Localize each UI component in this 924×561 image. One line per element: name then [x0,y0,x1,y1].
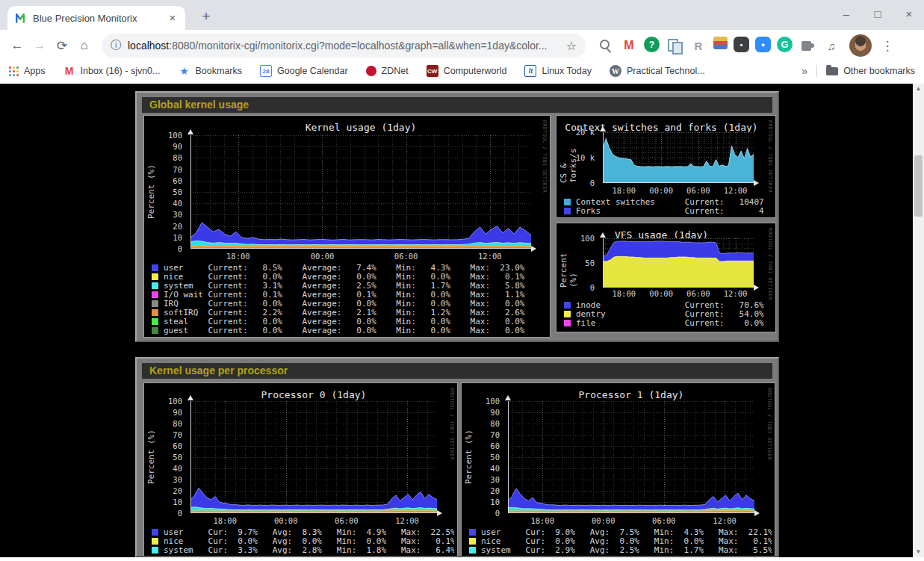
forward-button[interactable]: → [28,34,51,57]
legend-row: system Cur: 3.3% Avg: 2.8% Min: 1.8% Max… [152,546,454,555]
gmail-icon[interactable]: M [620,37,638,55]
legend-row: user Cur: 9.7% Avg: 8.3% Min: 4.9% Max: … [152,528,454,537]
rrdtool-credit: RRDTOOL / TOBI OETIKER [542,120,548,193]
new-tab-button[interactable]: + [197,7,215,25]
scrollbar-thumb[interactable] [914,155,923,217]
axis-arrow-right-icon [754,510,760,516]
legend-row: inode Current: 70.6% [564,301,772,310]
bookmark-label: Bookmarks [196,66,243,76]
processor-0-chart [190,401,437,513]
url-text[interactable]: localhost:8080/monitorix-cgi/monitorix.c… [128,40,566,52]
legend-row: Forks Current: 4 [564,207,772,216]
reload-button[interactable]: ⟳ [51,34,73,57]
y-axis-ticks: 1009080706050403020100 [462,401,503,513]
x-axis-ticks: 18:0000:0006:0012:00 [508,516,754,526]
grammarly-icon[interactable]: G [777,37,793,52]
context-switches-chart [603,132,754,183]
rrdtool-credit: RRDTOOL / TOBI OETIKER [767,120,773,193]
home-button[interactable]: ⌂ [73,34,96,57]
profile-avatar[interactable] [849,34,872,57]
axis-arrow-up-icon [505,395,511,400]
maximize-button[interactable]: □ [872,7,884,20]
legend-swatch [152,282,158,289]
browser-menu-icon[interactable]: ⋮ [879,38,896,54]
gmail-icon: M [63,65,75,77]
bookmark-item[interactable]: ★ Bookmarks [179,65,243,77]
books-icon[interactable] [713,37,728,49]
processor-1-graph-panel: Processor 1 (1day) RRDTOOL / TOBI OETIKE… [461,382,775,557]
close-button[interactable]: × [903,7,915,20]
bookmark-item[interactable]: W Practical Technol... [610,65,705,77]
apps-shortcut[interactable]: Apps [9,66,46,76]
puzzle-icon[interactable] [799,37,816,55]
x-axis-ticks: 18:0000:0006:0012:00 [603,289,754,299]
rrdtool-credit: RRDTOOL / TOBI OETIKER [767,228,773,300]
tab-close-icon[interactable]: × [166,11,179,25]
browser-tab[interactable]: Blue Precision Monitorix × [7,6,185,30]
bookmark-star-icon[interactable]: ☆ [566,39,577,53]
apps-grid-icon [9,66,19,76]
legend-swatch [564,208,571,214]
search-icon[interactable] [596,37,614,55]
r-icon[interactable]: R [689,37,707,55]
back-button[interactable]: ← [6,34,28,57]
other-bookmarks[interactable]: Other bookmarks [826,66,915,76]
playlist-icon[interactable]: ♫ [822,37,840,55]
page-scrollbar[interactable]: ▲ ▼ [913,84,924,557]
folder-icon [826,67,838,75]
legend-row: softIRQ Current: 2.2% Average: 2.1% Min:… [152,309,547,317]
section-global-kernel-usage: Global kernel usage Kernel usage (1day) … [135,91,779,342]
flashlight-icon[interactable]: • [734,37,749,52]
kernel-usage-graph-panel: Kernel usage (1day) RRDTOOL / TOBI OETIK… [143,115,551,338]
bookmark-item[interactable]: ZDNet [366,66,409,76]
bookmarks-bar: Apps M Inbox (16) - sjvn0... ★ Bookmarks… [0,61,924,81]
browser-window: Blue Precision Monitorix × + – □ × ← → ⟳… [0,0,924,561]
monitorix-favicon-icon [13,11,27,25]
tab-title: Blue Precision Monitorix [33,13,166,24]
address-bar[interactable]: ⓘ localhost:8080/monitorix-cgi/monitorix… [102,34,586,58]
copy-icon[interactable] [666,37,683,55]
window-bottom-edge [0,557,924,561]
bookmark-item[interactable]: lt Linux Today [524,65,592,77]
scroll-up-icon[interactable]: ▲ [913,84,924,94]
legend-row: nice Current: 0.0% Average: 0.0% Min: 0.… [152,273,547,282]
other-bookmarks-label: Other bookmarks [843,66,915,76]
bookmark-item[interactable]: M Inbox (16) - sjvn0... [63,65,161,77]
graph-title: Processor 0 (1day) [190,389,437,400]
scroll-down-icon[interactable]: ▼ [913,547,924,557]
bookmark-label: Practical Technol... [627,66,705,76]
bookmark-item[interactable]: CW Computerworld [427,65,507,77]
legend-swatch [469,547,476,554]
bookmarks-overflow-icon[interactable]: » [801,65,807,77]
legend-row: steal Current: 0.0% Average: 0.0% Min: 0… [152,317,547,326]
page-info-icon[interactable]: ⓘ [111,39,121,52]
legend-row: guest Current: 0.0% Average: 0.0% Min: 0… [152,326,547,335]
graph-title: Kernel usage (1day) [190,122,531,133]
monitorix-page: Global kernel usage Kernel usage (1day) … [0,84,924,561]
chart-legend: user Cur: 9.7% Avg: 8.3% Min: 4.9% Max: … [152,528,454,557]
rrdtool-credit: RRDTOOL / TOBI OETIKER [766,388,772,460]
axis-arrow-right-icon [437,510,442,516]
bookmark-label: Linux Today [542,66,592,76]
url-path: :8080/monitorix-cgi/monitorix.cgi?mode=l… [169,40,547,52]
zdnet-icon [366,66,376,76]
axis-arrow-up-icon [187,129,193,134]
legend-swatch [564,320,571,326]
legend-swatch [152,547,158,554]
legend-row: dentry Current: 54.0% [564,310,772,319]
extension-icons: M?R•●G♫ [596,37,840,55]
x-axis-ticks: 18:0000:0006:0012:00 [190,516,437,526]
axis-arrow-right-icon [531,246,536,252]
legend-row: Context switches Current: 10407 [564,198,772,207]
camera-icon[interactable]: ● [755,37,771,52]
x-axis-ticks: 18:0000:0006:0012:00 [603,186,754,196]
voice-icon[interactable]: ? [644,37,660,52]
minimize-button[interactable]: – [840,7,852,20]
bookmark-item[interactable]: 28 Google Calendar [260,65,348,77]
legend-swatch [152,291,158,298]
x-axis-ticks: 18:0000:0006:0012:00 [190,252,531,261]
bookmark-label: Computerworld [444,66,507,76]
y-axis-ticks: 1009080706050403020100 [144,401,186,513]
legend-row: IRQ Current: 0.0% Average: 0.0% Min: 0.0… [152,300,547,309]
bookmark-badge: W [612,67,619,75]
